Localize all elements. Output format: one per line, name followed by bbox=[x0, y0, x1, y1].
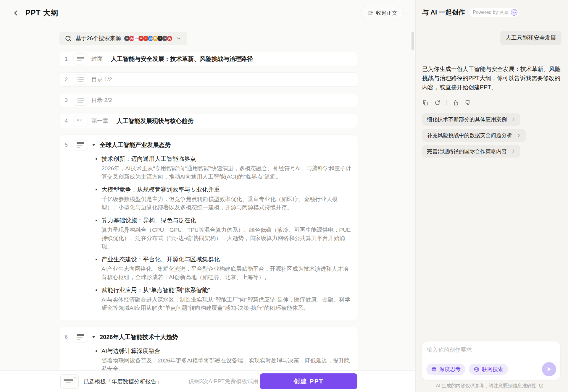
regenerate-icon bbox=[434, 100, 440, 106]
row-number: 6 bbox=[65, 334, 72, 340]
chevron-right-icon bbox=[511, 117, 516, 122]
bullet-body: AI产业生态向网络化、集群化演进，平台型企业构建底层赋能平台，开源社区成为技术演… bbox=[101, 265, 352, 281]
chat-header: 与 AI 一起创作 Powered by 灵犀 bbox=[416, 0, 568, 17]
chapter-slide-icon: 章节 bbox=[74, 116, 87, 126]
section-title: 全球人工智能产业发展态势 bbox=[100, 141, 171, 149]
regenerate-button[interactable] bbox=[434, 100, 440, 106]
row-type-label: 目录 1/2 bbox=[91, 76, 112, 83]
message-actions bbox=[422, 99, 568, 106]
collapse-triangle-icon[interactable] bbox=[92, 144, 96, 146]
row-title: 人工智能发展现状与核心趋势 bbox=[117, 117, 193, 125]
bullet-title: 技术创新：迈向通用人工智能临界点 bbox=[101, 155, 346, 162]
prompt-input[interactable] bbox=[427, 346, 556, 363]
page-title: PPT 大纲 bbox=[25, 8, 59, 18]
app: PPT 大纲 收起正文 基于26个搜索来源 G头duITC知网SG头 bbox=[0, 0, 568, 392]
bullet-body: 2026年，AI技术正从“专用智能”向“通用智能”快速演进，多模态融合、神经符号… bbox=[101, 164, 352, 181]
back-button[interactable] bbox=[12, 9, 20, 17]
prompt-input-card: 深度思考 联网搜索 bbox=[422, 341, 560, 380]
thumbs-down-button[interactable] bbox=[465, 100, 471, 106]
powered-by-label: Powered by 灵犀 bbox=[473, 9, 509, 16]
search-sources-label: 基于26个搜索来源 bbox=[75, 35, 121, 42]
suggestion-chip-1[interactable]: 细化技术革新部分的具体应用案例 bbox=[422, 113, 520, 126]
template-label: 已选模板「年度数据分析报告」 bbox=[83, 378, 162, 385]
user-message-bubble: 人工只能和安全发展 bbox=[500, 31, 561, 45]
bullet-body: 算力呈现异构融合（CPU、GPU、TPU等混合算力体系）、绿色低碳（液冷、可再生… bbox=[101, 226, 352, 251]
outline-bullet: 技术创新：迈向通用人工智能临界点 2026年，AI技术正从“专用智能”向“通用智… bbox=[95, 155, 346, 181]
ai-chat-panel: 与 AI 一起创作 Powered by 灵犀 人工只能和安全发展 已为你生成一… bbox=[416, 0, 568, 392]
copy-icon bbox=[422, 100, 428, 106]
web-search-label: 联网搜索 bbox=[482, 366, 503, 373]
atom-icon bbox=[431, 366, 437, 372]
content-slide-icon bbox=[74, 140, 87, 150]
thumbs-up-button[interactable] bbox=[453, 100, 459, 106]
outline-row-chapter-1[interactable]: 4 章节 第一章 人工智能发展现状与核心趋势 bbox=[59, 114, 358, 128]
row-number: 5 bbox=[65, 142, 72, 148]
toc-slide-icon bbox=[74, 95, 87, 106]
thumbs-up-icon bbox=[453, 100, 459, 106]
suggestion-chip-2[interactable]: 补充风险挑战中的数据安全问题分析 bbox=[422, 129, 526, 142]
outline-row-toc-2[interactable]: 3 目录 2/2 bbox=[59, 93, 358, 107]
outline-row-toc-1[interactable]: 2 目录 1/2 bbox=[59, 72, 358, 87]
powered-by-badge: Powered by 灵犀 bbox=[469, 8, 520, 17]
outline-bullet: 赋能行业应用：从“单点智能”到“体系智能” AI与实体经济融合进入深水区，制造业… bbox=[95, 287, 346, 312]
chevron-right-icon bbox=[511, 149, 516, 154]
row-type-label: 封面 bbox=[91, 55, 103, 63]
suggestion-label: 完善治理路径的国际合作策略内容 bbox=[427, 148, 507, 155]
shield-check-icon bbox=[539, 383, 544, 388]
ai-disclaimer: AI 生成的内容仅供参考，请注意甄别信息准确性 bbox=[416, 383, 564, 389]
web-search-toggle[interactable]: 联网搜索 bbox=[469, 364, 508, 375]
send-icon bbox=[546, 366, 552, 372]
bullet-body: AI与实体经济融合进入深水区，制造业实现从“智能工厂”向“智慧供应链”延伸，医疗… bbox=[101, 296, 352, 312]
suggestion-label: 补充风险挑战中的数据安全问题分析 bbox=[427, 132, 512, 139]
content-slide-icon bbox=[74, 332, 87, 342]
suggestion-chip-3[interactable]: 完善治理路径的国际合作策略内容 bbox=[422, 145, 520, 158]
row-type-label: 第一章 bbox=[91, 117, 108, 125]
collapse-body-label: 收起正文 bbox=[376, 9, 397, 17]
row-number: 2 bbox=[65, 77, 72, 83]
chevron-right-icon bbox=[516, 133, 521, 138]
trial-note: 仅剩3次AIPPT免费模板试用 bbox=[188, 378, 258, 385]
row-type-label: 目录 2/2 bbox=[91, 96, 112, 104]
create-ppt-button[interactable]: 创建 PPT bbox=[260, 373, 357, 389]
bullet-title: 大模型竞争：从规模竞赛到效率与专业化并重 bbox=[101, 186, 346, 193]
toc-slide-icon bbox=[74, 74, 87, 85]
collapse-body-button[interactable]: 收起正文 bbox=[361, 7, 404, 19]
lingxi-avatar-icon bbox=[511, 9, 517, 16]
deep-think-toggle[interactable]: 深度思考 bbox=[426, 364, 465, 375]
send-button[interactable] bbox=[542, 362, 556, 376]
bullet-title: 产业生态建设：平台化、开源化与区域集群化 bbox=[101, 256, 346, 263]
selected-template[interactable]: 已选模板「年度数据分析报告」 bbox=[60, 375, 162, 388]
search-refresh-icon bbox=[65, 35, 72, 42]
bullet-body: 千亿级参数模型仍是主力，但竞争焦点转向模型效率优化、垂直专业化（如医疗、金融行业… bbox=[101, 195, 352, 212]
chevron-left-icon bbox=[13, 10, 19, 16]
row-number: 4 bbox=[65, 118, 72, 124]
row-title: 人工智能与安全发展：技术革新、风险挑战与治理路径 bbox=[111, 55, 253, 63]
ai-reply-text: 已为你生成一份人工智能与安全发展：技术革新、风险挑战与治理路径的PPT大纲，你可… bbox=[422, 64, 561, 92]
outline-scroll-area: 基于26个搜索来源 G头duITC知网SG头 1 封面 人工智能与安全发展：技术… bbox=[0, 26, 415, 392]
outline-bullet: 大模型竞争：从规模竞赛到效率与专业化并重 千亿级参数模型仍是主力，但竞争焦点转向… bbox=[95, 186, 346, 212]
bullet-title: 算力基础设施：异构、绿色与泛在化 bbox=[101, 217, 346, 223]
divider bbox=[446, 100, 447, 105]
search-sources-bar[interactable]: 基于26个搜索来源 G头duITC知网SG头 bbox=[59, 32, 187, 45]
outline-panel: PPT 大纲 收起正文 基于26个搜索来源 G头duITC知网SG头 bbox=[0, 0, 416, 392]
outline-bullet: 算力基础设施：异构、绿色与泛在化 算力呈现异构融合（CPU、GPU、TPU等混合… bbox=[95, 217, 346, 251]
copy-button[interactable] bbox=[422, 100, 428, 106]
disclaimer-text: AI 生成的内容仅供参考，请注意甄别信息准确性 bbox=[436, 383, 536, 389]
deep-think-label: 深度思考 bbox=[439, 366, 461, 373]
source-favicon: 头 bbox=[167, 35, 172, 41]
chat-title: 与 AI 一起创作 bbox=[422, 8, 465, 17]
vertical-scrollbar[interactable] bbox=[412, 32, 414, 50]
outline-header: PPT 大纲 收起正文 bbox=[0, 0, 415, 26]
bottom-action-bar: 已选模板「年度数据分析报告」 仅剩3次AIPPT免费模板试用 创建 PPT bbox=[0, 370, 415, 392]
section-title: 2026年人工智能技术十大趋势 bbox=[100, 333, 178, 341]
collapse-triangle-icon[interactable] bbox=[92, 336, 96, 338]
bullet-title: 赋能行业应用：从“单点智能”到“体系智能” bbox=[101, 287, 346, 293]
outline-section-5: 5 全球人工智能产业发展态势 技术创新：迈向通用人工智能临界点 2026年，AI… bbox=[59, 135, 358, 320]
bullet-title: AI与边缘计算深度融合 bbox=[101, 348, 346, 354]
outline-bullet: AI与边缘计算深度融合 随着物联网设备普及，2026年更多AI模型将部署在设备端… bbox=[95, 348, 346, 373]
outline-row-cover[interactable]: 1 封面 人工智能与安全发展：技术革新、风险挑战与治理路径 bbox=[59, 52, 358, 66]
suggestion-list: 细化技术革新部分的具体应用案例 补充风险挑战中的数据安全问题分析 完善治理路径的… bbox=[422, 113, 568, 158]
chevron-down-icon bbox=[176, 36, 181, 41]
cover-slide-icon bbox=[74, 54, 87, 64]
template-thumbnail bbox=[60, 375, 79, 388]
